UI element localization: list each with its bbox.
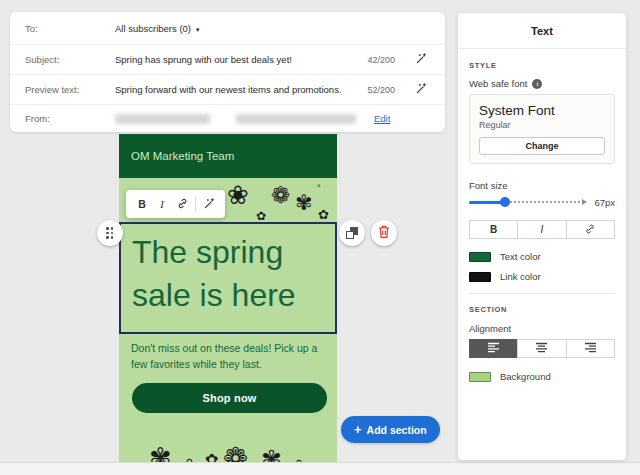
drag-dots-icon	[106, 227, 114, 239]
font-size-slider[interactable]	[469, 196, 587, 208]
subject-ai-assist-button[interactable]	[411, 50, 431, 70]
flower-doodle-icon: ❀	[227, 182, 249, 208]
web-safe-font-label: Web safe font	[469, 78, 527, 89]
background-color-swatch[interactable]	[469, 372, 491, 382]
align-center-button[interactable]	[517, 339, 566, 358]
text-properties-panel: Text STYLE Web safe font i System Font R…	[458, 13, 626, 460]
preview-text-label: Preview text:	[25, 84, 115, 95]
redacted-sender-email	[236, 114, 356, 124]
alignment-label: Alignment	[469, 323, 615, 334]
change-font-button[interactable]: Change	[479, 137, 605, 155]
magic-wand-icon	[415, 82, 428, 98]
italic-button[interactable]: I	[153, 194, 171, 214]
font-name: System Font	[479, 103, 605, 118]
duplicate-block-button[interactable]	[339, 220, 365, 246]
ai-assist-button[interactable]	[200, 194, 218, 214]
to-audience-value: All subscribers (0)	[115, 23, 191, 34]
link-color-swatch[interactable]	[469, 272, 491, 282]
font-card: System Font Regular Change	[469, 94, 615, 164]
font-size-slider-thumb[interactable]	[500, 197, 510, 207]
email-header-title: OM Marketing Team	[131, 150, 234, 162]
delete-block-button[interactable]	[371, 220, 397, 246]
text-color-label: Text color	[500, 251, 541, 262]
link-color-label: Link color	[500, 271, 541, 282]
align-right-icon	[584, 341, 597, 356]
preview-text-row: Preview text: Spring forward with our ne…	[10, 74, 445, 104]
from-label: From:	[25, 113, 115, 124]
info-icon[interactable]: i	[532, 79, 542, 89]
font-size-value: 67px	[594, 197, 615, 208]
magic-wand-icon	[415, 52, 428, 68]
flower-doodle-icon: ✿	[318, 208, 329, 221]
subject-char-counter: 42/200	[367, 55, 395, 65]
edit-from-link[interactable]: Edit	[374, 113, 390, 124]
plus-icon: +	[354, 423, 362, 436]
shop-now-button[interactable]: Shop now	[132, 383, 327, 413]
compose-fields-panel: To: All subscribers (0)▾ Subject: Spring…	[10, 12, 445, 132]
email-header-section[interactable]: OM Marketing Team	[119, 134, 337, 178]
background-color-row[interactable]: Background	[469, 371, 615, 382]
link-icon	[176, 197, 189, 212]
align-left-button[interactable]	[469, 339, 518, 358]
subject-input[interactable]: Spring has sprung with our best deals ye…	[115, 54, 357, 65]
alignment-group	[469, 339, 615, 358]
font-size-slider-row: 67px	[469, 196, 615, 208]
flower-doodle-icon: ✿	[256, 210, 266, 222]
slider-dotted-track	[506, 201, 581, 203]
email-headline[interactable]: The spring sale is here	[121, 224, 335, 324]
drag-handle[interactable]	[97, 220, 123, 246]
toolbar-divider	[195, 196, 196, 212]
panel-divider	[469, 293, 615, 294]
flower-doodle-icon: ✾	[261, 447, 282, 462]
flower-doodle-icon: ❁	[271, 184, 290, 207]
from-row: From: Edit	[10, 104, 445, 132]
text-format-group: B I	[469, 220, 615, 239]
add-section-button[interactable]: + Add section	[341, 416, 440, 443]
format-toolbar: B I	[126, 190, 225, 218]
italic-toggle-button[interactable]: I	[517, 220, 566, 239]
link-button[interactable]	[173, 194, 191, 214]
style-section-label: STYLE	[469, 61, 615, 70]
redacted-sender-name	[115, 114, 210, 124]
align-left-icon	[487, 341, 500, 356]
flower-doodle-icon: °	[317, 184, 321, 193]
align-right-button[interactable]	[566, 339, 615, 358]
font-weight: Regular	[479, 120, 605, 130]
flower-doodle-icon: ❁	[223, 444, 248, 462]
text-color-row[interactable]: Text color	[469, 251, 615, 262]
selected-text-block[interactable]: The spring sale is here	[119, 222, 337, 334]
align-center-icon	[535, 341, 548, 356]
text-color-swatch[interactable]	[469, 252, 491, 262]
trash-icon	[378, 225, 390, 242]
preview-text-input[interactable]: Spring forward with our newest items and…	[115, 84, 357, 95]
duplicate-icon	[346, 227, 358, 239]
caret-down-icon: ▾	[196, 26, 200, 33]
magic-wand-icon	[203, 197, 216, 212]
flower-doodle-icon: ✿	[205, 452, 218, 462]
bold-button[interactable]: B	[133, 194, 151, 214]
flower-doodle-icon: ✾	[295, 192, 313, 213]
subject-label: Subject:	[25, 54, 115, 65]
to-label: To:	[25, 23, 115, 34]
link-icon	[584, 223, 596, 237]
subject-row: Subject: Spring has sprung with our best…	[10, 44, 445, 74]
link-color-row[interactable]: Link color	[469, 271, 615, 282]
flower-doodle-icon: ✾	[149, 445, 172, 462]
web-safe-font-row: Web safe font i	[469, 78, 615, 89]
preview-ai-assist-button[interactable]	[411, 80, 431, 100]
bottom-strip	[0, 462, 640, 475]
section-section-label: SECTION	[469, 305, 615, 314]
font-size-label: Font size	[469, 180, 615, 191]
add-section-label: Add section	[367, 424, 427, 436]
panel-header: Text	[458, 13, 626, 49]
email-body-text[interactable]: Don't miss out on these deals! Pick up a…	[131, 340, 336, 372]
link-toggle-button[interactable]	[566, 220, 615, 239]
preview-char-counter: 52/200	[367, 85, 395, 95]
bold-toggle-button[interactable]: B	[469, 220, 518, 239]
to-audience-dropdown[interactable]: All subscribers (0)▾	[115, 23, 433, 34]
background-label: Background	[500, 371, 551, 382]
to-row: To: All subscribers (0)▾	[10, 12, 445, 44]
slider-end-arrow-icon	[582, 199, 587, 205]
panel-title: Text	[531, 25, 553, 37]
